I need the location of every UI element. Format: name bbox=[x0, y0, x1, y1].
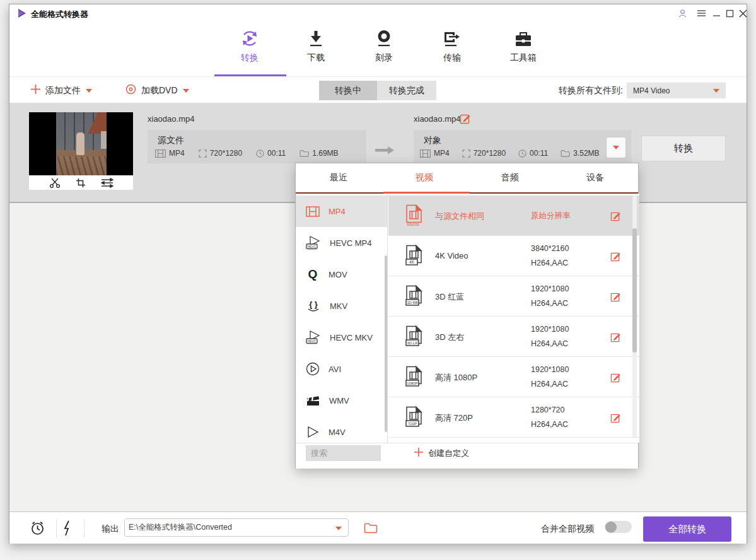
preset-4k-icon: 4K bbox=[405, 245, 424, 270]
load-dvd-button[interactable]: 加载DVD bbox=[125, 77, 189, 104]
svg-text:4K: 4K bbox=[409, 260, 415, 264]
effects-icon[interactable] bbox=[101, 178, 113, 188]
convert-all-format-dropdown[interactable]: MP4 Video bbox=[627, 83, 726, 98]
preset-list-scrollbar-thumb[interactable] bbox=[632, 228, 637, 353]
output-label: 输出 bbox=[102, 523, 119, 535]
film-icon bbox=[420, 149, 431, 158]
format-list: MP4 HEVC HEVC MP4 Q MOV { } MKV HEVC HEV… bbox=[296, 194, 388, 443]
preset-row-720p[interactable]: 720P 高清 720P 1280*720 H264,AAC bbox=[388, 397, 639, 438]
app-logo-icon bbox=[17, 8, 27, 21]
folder-icon bbox=[561, 149, 570, 157]
tab-converting[interactable]: 转换中 bbox=[319, 81, 377, 100]
preset-row-3d-rb[interactable]: 3D RB 3D 红蓝 1920*1080 H264,AAC bbox=[388, 276, 639, 317]
source-size: 1.69MB bbox=[299, 149, 338, 158]
menu-icon[interactable] bbox=[695, 8, 707, 19]
convert-icon bbox=[223, 26, 276, 49]
tab-converting-label: 转换中 bbox=[335, 85, 361, 95]
preset-720p-icon: 720P bbox=[405, 406, 424, 431]
account-icon[interactable] bbox=[676, 8, 689, 19]
tab-transfer[interactable]: 传输 bbox=[426, 26, 479, 71]
close-icon[interactable] bbox=[736, 8, 749, 19]
preset-1080p-edit-icon[interactable] bbox=[610, 372, 621, 385]
toolbox-icon bbox=[497, 26, 550, 49]
preset-row-source[interactable]: source 与源文件相同 原始分辨率 bbox=[388, 195, 639, 236]
format-item-avi[interactable]: AVI bbox=[296, 353, 388, 385]
preset-source-edit-icon[interactable] bbox=[610, 211, 621, 224]
format-item-mov[interactable]: Q MOV bbox=[296, 259, 388, 290]
preset-3d-lr-edit-icon[interactable] bbox=[610, 332, 621, 345]
preset-row-3d-lr[interactable]: 3D LR 3D 左右 1920*1080 H264,AAC bbox=[388, 317, 639, 357]
convert-all-button[interactable]: 全部转换 bbox=[643, 516, 731, 542]
thumbnail-deck-detail bbox=[56, 156, 107, 175]
tab-download-label: 下载 bbox=[289, 52, 342, 64]
format-item-wmv[interactable]: WMV bbox=[296, 385, 388, 416]
output-path-box bbox=[124, 518, 349, 537]
tab-device[interactable]: 设备 bbox=[552, 163, 638, 192]
schedule-icon[interactable] bbox=[30, 520, 45, 536]
preset-row-4k[interactable]: 4K 4K Video 3840*2160 H264,AAC bbox=[388, 236, 639, 276]
app-title: 全能格式转换器 bbox=[31, 9, 88, 20]
minimize-icon[interactable] bbox=[710, 8, 723, 19]
tab-finished-label: 转换完成 bbox=[389, 85, 424, 95]
convert-all-to-label: 转换所有文件到: bbox=[559, 85, 623, 96]
output-path-caret-icon[interactable] bbox=[335, 527, 342, 530]
preset-720p-edit-icon[interactable] bbox=[610, 412, 621, 426]
source-info-box: 源文件 MP4 720*1280 00:11 1.69MB bbox=[148, 130, 366, 163]
output-path-input[interactable] bbox=[129, 520, 330, 535]
preset-3d-rb-edit-icon[interactable] bbox=[610, 291, 621, 305]
popup-bottom-bar: 创建自定义 bbox=[296, 443, 638, 469]
rename-icon[interactable] bbox=[460, 113, 471, 124]
preset-720p-name: 高清 720P bbox=[435, 412, 473, 424]
add-file-button[interactable]: 添加文件 bbox=[31, 77, 92, 104]
tab-convert-label: 转换 bbox=[223, 52, 276, 64]
format-search-input[interactable] bbox=[306, 445, 381, 461]
preset-source-resolution: 原始分辨率 bbox=[531, 211, 571, 221]
transfer-arrow-icon bbox=[374, 145, 395, 158]
film-icon bbox=[155, 149, 166, 158]
tab-recent[interactable]: 最近 bbox=[296, 163, 381, 192]
format-item-hevc-mp4[interactable]: HEVC HEVC MP4 bbox=[296, 227, 388, 259]
clip-toolbar bbox=[29, 175, 133, 190]
hardware-acceleration-icon[interactable] bbox=[62, 520, 73, 536]
preset-row-1080p[interactable]: 1080P 高清 1080P 1920*1080 H264,AAC bbox=[388, 357, 639, 397]
format-item-mp4[interactable]: MP4 bbox=[296, 195, 388, 227]
tab-burn[interactable]: 刻录 bbox=[358, 26, 410, 71]
merge-all-toggle[interactable] bbox=[605, 521, 632, 533]
preset-4k-name: 4K Video bbox=[435, 251, 468, 260]
preset-4k-resolution: 3840*2160 bbox=[531, 244, 569, 253]
target-format-dropdown-button[interactable] bbox=[606, 137, 626, 158]
format-item-hevc-mkv-label: HEVC MKV bbox=[330, 333, 373, 342]
tab-toolbox-label: 工具箱 bbox=[497, 52, 550, 64]
svg-text:1080P: 1080P bbox=[407, 382, 417, 385]
tab-audio[interactable]: 音频 bbox=[467, 163, 553, 192]
tab-toolbox[interactable]: 工具箱 bbox=[497, 26, 550, 71]
open-folder-icon[interactable] bbox=[364, 522, 378, 534]
convert-row-button[interactable]: 转换 bbox=[641, 136, 726, 161]
maximize-icon[interactable] bbox=[723, 8, 736, 19]
preset-4k-edit-icon[interactable] bbox=[610, 251, 621, 264]
tab-video-label: 视频 bbox=[416, 172, 433, 184]
format-item-mkv-label: MKV bbox=[330, 301, 347, 311]
format-item-hevc-mkv[interactable]: HEVC HEVC MKV bbox=[296, 322, 388, 353]
create-custom-button[interactable]: 创建自定义 bbox=[414, 445, 469, 461]
separator bbox=[84, 519, 84, 538]
tab-download[interactable]: 下载 bbox=[289, 26, 342, 71]
crop-icon[interactable] bbox=[76, 178, 86, 188]
target-size: 3.52MB bbox=[561, 149, 599, 158]
tab-convert[interactable]: 转换 bbox=[223, 26, 276, 71]
dvd-icon bbox=[125, 84, 136, 97]
tab-video[interactable]: 视频 bbox=[381, 163, 467, 192]
tab-recent-label: 最近 bbox=[330, 172, 347, 184]
convert-all-button-label: 全部转换 bbox=[668, 523, 706, 535]
trim-icon[interactable] bbox=[49, 178, 61, 188]
preset-3d-rb-codec: H264,AAC bbox=[531, 299, 568, 308]
svg-text:720P: 720P bbox=[408, 422, 417, 426]
preset-720p-codec: H264,AAC bbox=[531, 420, 568, 429]
svg-text:HEVC: HEVC bbox=[308, 339, 317, 343]
format-list-scrollbar[interactable] bbox=[385, 255, 387, 432]
preset-list: source 与源文件相同 原始分辨率 4K 4K Video 3840*216… bbox=[388, 194, 639, 443]
tab-finished[interactable]: 转换完成 bbox=[377, 81, 436, 100]
preset-3d-lr-icon: 3D LR bbox=[405, 325, 424, 351]
format-item-mkv[interactable]: { } MKV bbox=[296, 290, 388, 322]
format-item-m4v[interactable]: M4V bbox=[296, 416, 388, 443]
